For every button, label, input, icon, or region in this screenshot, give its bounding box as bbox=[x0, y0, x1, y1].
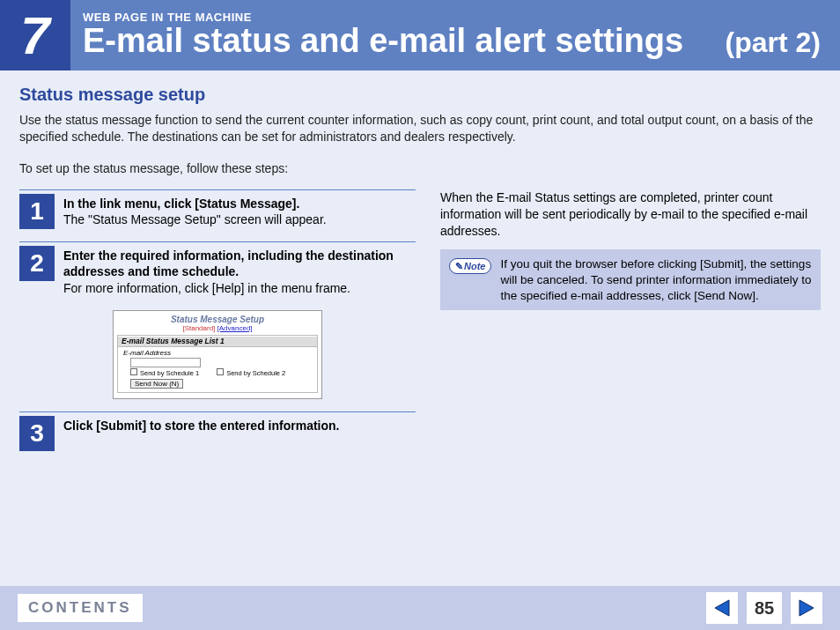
step-body: Enter the required information, includin… bbox=[55, 242, 416, 305]
section-lead: To set up the status message, follow the… bbox=[19, 161, 821, 175]
screenshot-tabs: [Standard] [Advanced] bbox=[114, 324, 321, 332]
screenshot-tab-advanced: [Advanced] bbox=[217, 324, 253, 332]
step-subtitle: The "Status Message Setup" screen will a… bbox=[63, 212, 327, 226]
page-number: 85 bbox=[747, 592, 782, 624]
step-1: 1 In the link menu, click [Status Messag… bbox=[19, 189, 416, 236]
right-column: When the E-mail Status settings are comp… bbox=[440, 189, 821, 456]
note-label: Note bbox=[464, 261, 485, 271]
note-text: If you quit the browser before clicking … bbox=[500, 256, 812, 303]
pencil-icon: ✎ bbox=[455, 261, 463, 272]
contents-button[interactable]: CONTENTS bbox=[18, 594, 143, 622]
step-body: In the link menu, click [Status Message]… bbox=[55, 190, 327, 236]
two-column-layout: 1 In the link menu, click [Status Messag… bbox=[19, 189, 821, 456]
screenshot-email-input bbox=[130, 358, 201, 367]
step-number: 1 bbox=[19, 194, 55, 229]
chapter-number-box: 7 bbox=[0, 0, 70, 70]
svg-marker-0 bbox=[715, 600, 729, 616]
note-box: ✎Note If you quit the browser before cli… bbox=[440, 249, 821, 310]
header-text-block: WEB PAGE IN THE MACHINE E-mail status an… bbox=[70, 0, 840, 70]
step-number: 2 bbox=[19, 246, 55, 281]
content-area: Status message setup Use the status mess… bbox=[0, 70, 840, 456]
step-title: In the link menu, click [Status Message]… bbox=[63, 196, 299, 211]
header-title: E-mail status and e-mail alert settings bbox=[83, 22, 683, 60]
triangle-right-icon bbox=[796, 597, 817, 619]
note-badge: ✎Note bbox=[449, 258, 491, 274]
checkbox-icon bbox=[217, 368, 224, 375]
screenshot-check-2: Send by Schedule 2 bbox=[217, 368, 285, 377]
screenshot-checks: Send by Schedule 1 Send by Schedule 2 bbox=[118, 368, 317, 377]
page-footer: CONTENTS 85 bbox=[0, 586, 840, 630]
step-body: Click [Submit] to store the entered info… bbox=[55, 412, 339, 451]
header-title-row: E-mail status and e-mail alert settings … bbox=[83, 22, 828, 60]
screenshot-field-label: E-mail Address bbox=[118, 347, 317, 357]
screenshot-panel-title: E-mail Status Message List 1 bbox=[118, 337, 317, 347]
screenshot-send-now-button: Send Now (N) bbox=[130, 379, 183, 389]
triangle-left-icon bbox=[711, 597, 733, 619]
footer-nav: 85 bbox=[706, 592, 822, 624]
checkbox-icon bbox=[130, 368, 137, 375]
chapter-number: 7 bbox=[20, 5, 49, 66]
screenshot-panel: E-mail Status Message List 1 E-mail Addr… bbox=[117, 335, 318, 393]
step-title: Enter the required information, includin… bbox=[63, 248, 394, 278]
header-part: (part 2) bbox=[726, 26, 821, 59]
screenshot-tab-standard: [Standard] bbox=[182, 324, 215, 332]
page-header: 7 WEB PAGE IN THE MACHINE E-mail status … bbox=[0, 0, 840, 70]
next-page-button[interactable] bbox=[791, 592, 822, 624]
step-subtitle: For more information, click [Help] in th… bbox=[63, 281, 350, 295]
step-title: Click [Submit] to store the entered info… bbox=[63, 419, 339, 433]
section-intro: Use the status message function to send … bbox=[19, 112, 821, 145]
section-title: Status message setup bbox=[19, 85, 821, 105]
step-number: 3 bbox=[19, 416, 55, 451]
svg-marker-1 bbox=[799, 600, 814, 616]
step-2: 2 Enter the required information, includ… bbox=[19, 241, 416, 305]
prev-page-button[interactable] bbox=[706, 592, 738, 624]
right-paragraph: When the E-mail Status settings are comp… bbox=[440, 189, 821, 240]
step-3: 3 Click [Submit] to store the entered in… bbox=[19, 411, 416, 451]
left-column: 1 In the link menu, click [Status Messag… bbox=[19, 189, 416, 456]
screenshot-title: Status Message Setup bbox=[114, 315, 321, 324]
screenshot-check-1: Send by Schedule 1 bbox=[130, 368, 199, 377]
embedded-screenshot: Status Message Setup [Standard] [Advance… bbox=[113, 310, 322, 399]
